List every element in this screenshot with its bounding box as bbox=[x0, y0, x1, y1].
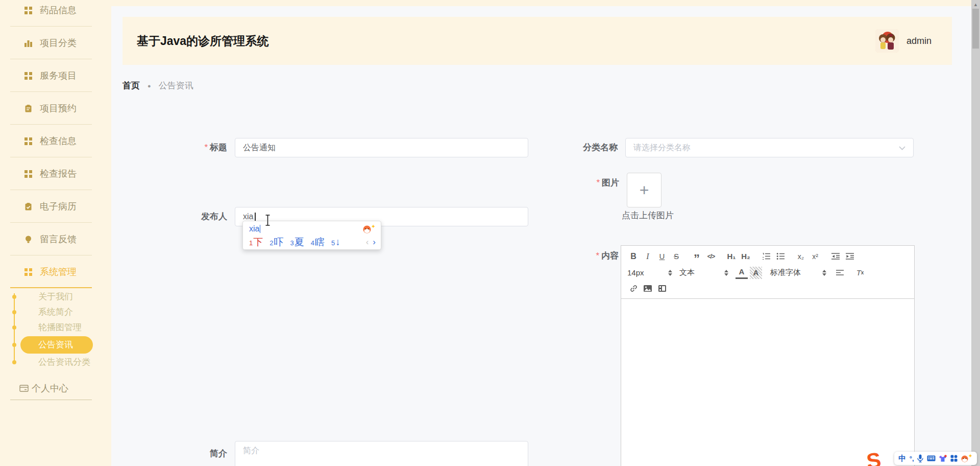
chevron-down-icon bbox=[899, 143, 905, 152]
header-style-select[interactable]: 文本 bbox=[679, 267, 728, 279]
sogou-assistant-icon[interactable]: ✦ bbox=[961, 454, 972, 463]
sidebar-item-project-category[interactable]: 项目分类 bbox=[0, 27, 111, 59]
system-management-submenu: 关于我们 系统简介 轮播图管理 公告资讯 公告资讯分类 bbox=[0, 289, 111, 370]
outdent-button[interactable] bbox=[829, 250, 842, 263]
scrollbar-thumb[interactable] bbox=[972, 9, 979, 49]
ordered-list-button[interactable] bbox=[760, 250, 772, 263]
breadcrumb-home[interactable]: 首页 bbox=[122, 80, 140, 91]
ime-candidate-5[interactable]: 5↓ bbox=[331, 237, 340, 248]
sidebar-item-medical-record[interactable]: 电子病历 bbox=[0, 190, 111, 223]
sidebar: 药品信息 项目分类 服务项目 项目预约 检查信息 检查报告 bbox=[0, 0, 111, 466]
submenu-row-selected: 公告资讯 bbox=[0, 335, 111, 355]
sidebar-item-project-booking[interactable]: 项目预约 bbox=[0, 92, 111, 125]
sogou-logo-icon: ✦ bbox=[362, 224, 376, 234]
sidebar-item-exam-info[interactable]: 检查信息 bbox=[0, 125, 111, 157]
sidebar-item-label: 药品信息 bbox=[40, 4, 77, 16]
clipboard-icon bbox=[24, 104, 33, 113]
bold-button[interactable]: B bbox=[627, 250, 640, 263]
code-block-button[interactable]: </> bbox=[705, 250, 717, 263]
text-color-button[interactable]: A bbox=[736, 267, 748, 279]
ime-candidate-4[interactable]: 4瞎 bbox=[311, 236, 325, 249]
skin-icon[interactable] bbox=[939, 455, 947, 462]
ime-caret bbox=[260, 225, 260, 233]
ime-next-page-icon[interactable]: › bbox=[373, 237, 376, 247]
title-input[interactable] bbox=[235, 138, 528, 157]
heading1-button[interactable]: H₁ bbox=[725, 250, 738, 263]
sidebar-item-drug-info[interactable]: 药品信息 bbox=[0, 0, 111, 27]
bullet-list-button[interactable] bbox=[774, 250, 787, 263]
submenu-item-announcement-categories[interactable]: 公告资讯分类 bbox=[0, 355, 111, 370]
intro-textarea[interactable] bbox=[235, 441, 528, 466]
ime-prev-page-icon[interactable]: ‹ bbox=[366, 237, 369, 247]
main-content: 基于Java的诊所管理系统 admin 首页 ● 公告资讯 *标题 分类名称 请… bbox=[111, 6, 971, 466]
ime-candidate-2[interactable]: 2吓 bbox=[270, 236, 283, 249]
superscript-button[interactable]: x² bbox=[809, 250, 821, 263]
font-family-select[interactable]: 标准字体 bbox=[770, 267, 826, 279]
blockquote-button[interactable]: ” bbox=[691, 250, 703, 263]
sidebar-item-service-project[interactable]: 服务项目 bbox=[0, 59, 111, 92]
image-label: *图片 bbox=[520, 177, 619, 189]
microphone-icon[interactable] bbox=[917, 454, 923, 462]
submenu-dot bbox=[12, 360, 16, 364]
image-upload-button[interactable]: + bbox=[627, 173, 662, 207]
sidebar-item-personal-center[interactable]: 个人中心 bbox=[0, 377, 111, 400]
submenu-item-system-intro[interactable]: 系统简介 bbox=[0, 305, 111, 320]
grid-icon bbox=[24, 170, 33, 178]
grid-icon bbox=[24, 268, 33, 276]
scroll-up-button[interactable]: ▲ bbox=[971, 0, 980, 9]
ime-candidate-1[interactable]: 1下 bbox=[249, 236, 263, 249]
virtual-keyboard-icon[interactable] bbox=[927, 455, 936, 461]
breadcrumb: 首页 ● 公告资讯 bbox=[122, 80, 193, 91]
sidebar-item-label: 电子病历 bbox=[40, 200, 77, 213]
editor-toolbar: B I U S ” </> H₁ H₂ x₂ x² bbox=[621, 246, 914, 299]
clinic-admin-page: 药品信息 项目分类 服务项目 项目预约 检查信息 检查报告 bbox=[0, 0, 980, 466]
ime-toolbar: 中 °, ✦ bbox=[894, 452, 977, 465]
clear-format-button[interactable]: Tx bbox=[854, 267, 866, 279]
link-button[interactable] bbox=[627, 283, 640, 295]
vertical-scrollbar[interactable]: ▲ bbox=[971, 0, 980, 466]
updown-arrows-icon bbox=[724, 270, 728, 276]
sidebar-item-exam-report[interactable]: 检查报告 bbox=[0, 157, 111, 190]
indent-button[interactable] bbox=[844, 250, 856, 263]
grid-icon bbox=[24, 6, 33, 15]
sidebar-menu: 药品信息 项目分类 服务项目 项目预约 检查信息 检查报告 bbox=[0, 0, 111, 288]
bulb-icon bbox=[24, 235, 33, 244]
ime-punctuation-toggle[interactable]: °, bbox=[910, 455, 914, 462]
image-button[interactable] bbox=[642, 283, 654, 295]
ime-language-toggle[interactable]: 中 bbox=[898, 454, 906, 463]
page-title: 基于Java的诊所管理系统 bbox=[137, 33, 875, 49]
align-button[interactable] bbox=[834, 267, 846, 279]
sidebar-item-label: 检查信息 bbox=[40, 135, 77, 147]
category-select-placeholder: 请选择分类名称 bbox=[633, 143, 899, 153]
submenu-item-announcements[interactable]: 公告资讯 bbox=[20, 336, 93, 354]
required-asterisk: * bbox=[596, 251, 599, 261]
submenu-dot bbox=[12, 325, 16, 330]
sidebar-item-system-management[interactable]: 系统管理 bbox=[0, 255, 111, 288]
sidebar-item-label: 服务项目 bbox=[40, 69, 77, 82]
toolbox-icon[interactable] bbox=[950, 455, 958, 462]
background-color-button[interactable]: A bbox=[750, 267, 762, 279]
italic-button[interactable]: I bbox=[642, 250, 654, 263]
heading2-button[interactable]: H₂ bbox=[740, 250, 752, 263]
submenu-item-about-us[interactable]: 关于我们 bbox=[0, 289, 111, 305]
user-box[interactable]: admin bbox=[875, 29, 932, 53]
submenu-row: 公告资讯分类 bbox=[0, 355, 111, 370]
strikethrough-button[interactable]: S bbox=[670, 250, 682, 263]
clipboard-check-icon bbox=[24, 202, 33, 211]
title-label: *标题 bbox=[142, 138, 227, 157]
updown-arrows-icon bbox=[822, 270, 826, 276]
editor-toolbar-row3 bbox=[627, 282, 908, 295]
subscript-button[interactable]: x₂ bbox=[795, 250, 807, 263]
submenu-item-carousel-management[interactable]: 轮播图管理 bbox=[0, 320, 111, 335]
sidebar-item-label: 系统管理 bbox=[40, 266, 77, 278]
editor-content-area[interactable] bbox=[621, 299, 914, 466]
avatar[interactable] bbox=[875, 29, 899, 53]
font-size-select[interactable]: 14px bbox=[627, 267, 672, 279]
ime-candidate-3[interactable]: 3夏 bbox=[290, 236, 304, 249]
sidebar-item-feedback[interactable]: 留言反馈 bbox=[0, 223, 111, 255]
grid-icon bbox=[24, 137, 33, 146]
username: admin bbox=[906, 36, 932, 46]
video-button[interactable] bbox=[656, 283, 668, 295]
category-select[interactable]: 请选择分类名称 bbox=[625, 138, 914, 157]
underline-button[interactable]: U bbox=[656, 250, 668, 263]
